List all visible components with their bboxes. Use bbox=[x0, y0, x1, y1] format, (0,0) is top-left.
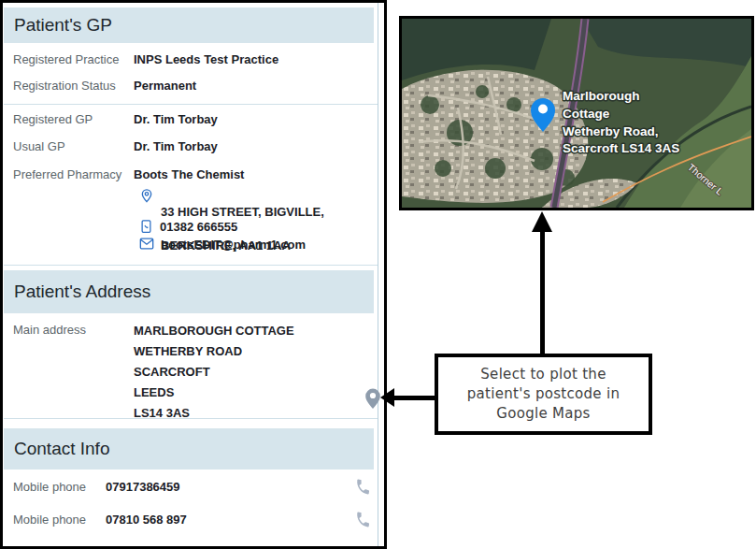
callout-line: patient's postcode in bbox=[467, 384, 620, 404]
patient-details-panel: Patient's GP Registered Practice INPS Le… bbox=[0, 0, 387, 549]
mobile-phone-label-1: Mobile phone bbox=[13, 480, 86, 494]
address-line: WETHERBY ROAD bbox=[134, 341, 294, 362]
arrow-to-map-head bbox=[532, 211, 552, 232]
mobile-phone-label-2: Mobile phone bbox=[13, 513, 86, 527]
registration-status-label: Registration Status bbox=[13, 79, 116, 93]
preferred-pharmacy-value: Boots The Chemist bbox=[134, 167, 244, 181]
divider bbox=[4, 265, 378, 266]
mobile-phone-value-2: 07810 568 897 bbox=[106, 513, 187, 527]
pharmacy-email-value: bootsEDIT@pharm1.com bbox=[161, 237, 306, 253]
arrow-to-map-shaft bbox=[540, 231, 545, 354]
pharmacy-phone-row: 01382 666555 bbox=[139, 219, 237, 238]
google-maps-satellite-view[interactable]: Marlborough Cottage Wetherby Road, Scarc… bbox=[399, 16, 754, 210]
mobile-phone-icon bbox=[139, 219, 153, 238]
map-pin-label-line: Wetherby Road, bbox=[563, 124, 659, 138]
email-envelope-icon bbox=[139, 237, 154, 254]
usual-gp-label: Usual GP bbox=[13, 139, 65, 153]
mobile-phone-value-1: 07917386459 bbox=[106, 480, 180, 494]
screen: Patient's GP Registered Practice INPS Le… bbox=[0, 0, 756, 549]
pharmacy-email-row: bootsEDIT@pharm1.com bbox=[139, 237, 306, 254]
preferred-pharmacy-label: Preferred Pharmacy bbox=[13, 167, 121, 181]
arrow-to-pin-head bbox=[380, 388, 394, 407]
phone-call-icon[interactable] bbox=[354, 511, 372, 528]
divider bbox=[4, 104, 378, 105]
address-line: LS14 3AS bbox=[134, 403, 294, 424]
panel-edge-line bbox=[378, 3, 378, 546]
map-pin-label-line: Cottage bbox=[563, 107, 610, 121]
contact-section-header: Contact Info bbox=[4, 428, 374, 470]
address-line: SCARCROFT bbox=[134, 362, 294, 383]
address-line: MARLBOROUGH COTTAGE bbox=[134, 321, 294, 341]
pharmacy-phone-value: 01382 666555 bbox=[160, 219, 237, 236]
annotation-callout: Select to plot the patient's postcode in… bbox=[435, 354, 652, 435]
main-address-label: Main address bbox=[13, 323, 86, 337]
registered-practice-value: INPS Leeds Test Practice bbox=[134, 52, 278, 66]
registered-gp-label: Registered GP bbox=[13, 112, 93, 126]
pharmacy-address-line1: 33 HIGH STREET, BIGVILLE, bbox=[161, 205, 324, 219]
registration-status-value: Permanent bbox=[134, 79, 196, 93]
address-line: LEEDS bbox=[134, 383, 294, 403]
registered-gp-value: Dr. Tim Torbay bbox=[134, 112, 218, 126]
registered-practice-label: Registered Practice bbox=[13, 52, 119, 66]
location-pin-icon bbox=[139, 187, 154, 208]
arrow-to-pin-shaft bbox=[393, 396, 435, 400]
phone-call-icon[interactable] bbox=[354, 478, 372, 496]
map-pin-label-line: Marlborough bbox=[563, 89, 640, 103]
usual-gp-value: Dr. Tim Torbay bbox=[134, 139, 218, 153]
callout-line: Select to plot the bbox=[480, 365, 606, 384]
divider bbox=[4, 418, 378, 419]
gp-section-header: Patient's GP bbox=[4, 7, 374, 43]
map-pin-label-line: Scarcroft LS14 3AS bbox=[563, 141, 679, 155]
address-section-header: Patient's Address bbox=[4, 270, 374, 313]
callout-line: Google Maps bbox=[496, 404, 590, 424]
main-address-value: MARLBOROUGH COTTAGE WETHERBY ROAD SCARCR… bbox=[134, 321, 294, 424]
